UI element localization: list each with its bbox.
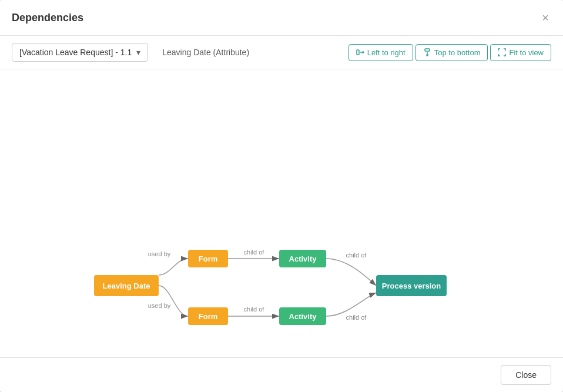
node-form-top-label: Form (199, 254, 218, 263)
modal-header: Dependencies × (0, 0, 563, 36)
node-activity-top-label: Activity (289, 254, 317, 263)
edge-activity-bottom-process (326, 293, 376, 316)
modal-title: Dependencies (12, 12, 83, 24)
node-leaving-date-label: Leaving Date (103, 282, 150, 290)
modal-close-x-button[interactable]: × (539, 9, 551, 26)
edge-label-child-of-2: child of (346, 252, 367, 259)
left-to-right-button[interactable]: Left to right (348, 44, 413, 61)
top-to-bottom-icon (423, 48, 431, 56)
fit-to-view-icon (498, 48, 506, 56)
process-version-dropdown[interactable]: [Vacation Leave Request] - 1.1 ▾ (12, 43, 148, 62)
edge-leaving-date-form-top (159, 259, 188, 275)
top-to-bottom-button[interactable]: Top to bottom (415, 44, 488, 61)
edge-activity-top-process (326, 259, 376, 286)
edge-label-child-of-4: child of (346, 314, 367, 321)
toolbar: [Vacation Leave Request] - 1.1 ▾ Leaving… (0, 36, 563, 69)
left-to-right-icon (356, 48, 364, 56)
svg-rect-0 (357, 50, 359, 55)
close-button[interactable]: Close (501, 365, 551, 385)
node-form-bottom-label: Form (199, 312, 218, 321)
canvas-area: used by child of child of used by child … (0, 69, 563, 357)
dependency-graph: used by child of child of used by child … (0, 69, 563, 357)
modal-footer: Close (0, 357, 563, 392)
modal: Dependencies × [Vacation Leave Request] … (0, 0, 563, 392)
edge-label-used-by-top: used by (148, 250, 171, 257)
fit-to-view-button[interactable]: Fit to view (490, 44, 551, 61)
edge-label-child-of-3: child of (244, 306, 265, 313)
svg-rect-2 (425, 49, 430, 51)
layout-buttons: Left to right Top to bottom Fit to view (348, 44, 551, 61)
chevron-down-icon: ▾ (136, 48, 140, 57)
edge-label-child-of-1: child of (244, 249, 265, 256)
edge-leaving-date-form-bottom (159, 286, 188, 316)
edge-label-used-by-bottom: used by (148, 302, 171, 309)
node-activity-bottom-label: Activity (289, 312, 317, 321)
dropdown-value: [Vacation Leave Request] - 1.1 (19, 48, 132, 57)
attribute-label: Leaving Date (Attribute) (162, 48, 249, 57)
node-process-version-label: Process version (382, 282, 441, 290)
